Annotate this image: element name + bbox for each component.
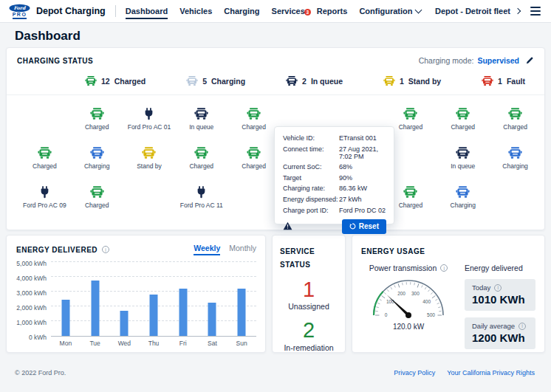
nav-item-vehicles[interactable]: Vehicles bbox=[179, 0, 212, 22]
nav-items: DashboardVehiclesChargingServices3Report… bbox=[126, 0, 422, 22]
footer-links: Privacy PolicyYour California Privacy Ri… bbox=[394, 369, 535, 376]
vehicle-ford-pro-ac-11[interactable]: Ford Pro AC 11 bbox=[175, 178, 227, 217]
footer-link-privacy-policy[interactable]: Privacy Policy bbox=[394, 369, 435, 376]
charging-legend: 12Charged 5Charging 2In queue 1Stand by … bbox=[7, 65, 544, 94]
vehicle-charging[interactable]: Charging bbox=[71, 139, 123, 178]
tooltip-row-current-soc-: Current SoC:68% bbox=[283, 163, 386, 171]
energy-usage-card: ENERGY USAGE Power transmission i 010020… bbox=[352, 235, 545, 353]
info-icon[interactable]: i bbox=[102, 246, 109, 253]
vehicle-charged[interactable]: Charged bbox=[71, 100, 123, 139]
app-name: Depot Charging bbox=[36, 6, 106, 16]
nav-divider bbox=[115, 5, 116, 17]
info-icon[interactable]: i bbox=[519, 323, 526, 330]
van-icon bbox=[247, 108, 261, 120]
usage-boxes: Today i1010 KWhDaily average i1200 KWh bbox=[465, 279, 535, 349]
brand: Ford PRO Depot Charging bbox=[9, 4, 106, 19]
reset-label: Reset bbox=[359, 222, 379, 230]
gauge-needle bbox=[387, 295, 409, 317]
charge-plug-icon bbox=[40, 186, 49, 199]
vehicle-tooltip: Vehicle ID:ETransit 001Connect time:27 A… bbox=[274, 126, 394, 224]
reset-icon bbox=[349, 223, 356, 230]
vehicle-in-queue[interactable]: In queue bbox=[175, 100, 227, 139]
van-icon bbox=[247, 147, 261, 159]
charge-plug-icon bbox=[144, 108, 154, 120]
nav-item-dashboard[interactable]: Dashboard bbox=[126, 0, 168, 22]
vehicle-charged[interactable]: Charged bbox=[175, 139, 227, 178]
service-item-unassigned: 1Unassigned bbox=[280, 278, 338, 311]
vehicle-charged[interactable]: Charged bbox=[489, 100, 541, 139]
stat-box-daily-average: Daily average i1200 KWh bbox=[465, 317, 535, 349]
van-icon bbox=[403, 108, 417, 120]
power-gauge: 0100200300400500 bbox=[361, 272, 456, 322]
van-icon bbox=[85, 76, 97, 86]
info-icon[interactable]: i bbox=[494, 284, 502, 292]
gauge-svg: 0100200300400500 bbox=[363, 272, 454, 319]
vehicle-charged[interactable]: Charged bbox=[437, 100, 489, 139]
tooltip-row-connect-time-: Connect time:27 Aug 2021, 7:02 PM bbox=[283, 145, 386, 160]
vehicle-charged[interactable]: Charged bbox=[71, 178, 123, 217]
reset-button[interactable]: Reset bbox=[342, 219, 386, 234]
van-icon bbox=[90, 108, 104, 120]
info-icon[interactable]: i bbox=[440, 264, 448, 272]
vehicle-charging[interactable]: Charging bbox=[489, 139, 541, 178]
charge-plug-icon bbox=[196, 186, 206, 199]
footer-link-your-california-privacy-rights[interactable]: Your California Privacy Rights bbox=[447, 369, 535, 376]
nav-item-charging[interactable]: Charging bbox=[224, 0, 259, 22]
charging-status-title: CHARGING STATUS bbox=[17, 57, 93, 65]
power-transmission-label: Power transmission bbox=[369, 264, 437, 272]
x-tick-tue: Tue bbox=[81, 340, 110, 347]
legend-item-charging: 5Charging bbox=[186, 76, 245, 86]
bar-wed bbox=[120, 311, 129, 336]
tooltip-row-target: Target90% bbox=[283, 174, 386, 182]
van-icon bbox=[508, 147, 522, 159]
gridline bbox=[51, 261, 256, 262]
period-tabs: WeeklyMonthly bbox=[194, 244, 256, 255]
empty-cell bbox=[18, 100, 71, 139]
tooltip-row-charging-rate-: Charging rate:86.36 kW bbox=[283, 185, 386, 192]
vehicle-ford-pro-ac-01[interactable]: Ford Pro AC 01 bbox=[123, 100, 176, 139]
vehicle-ford-pro-ac-09[interactable]: Ford Pro AC 09 bbox=[18, 178, 71, 217]
nav-item-reports[interactable]: Reports bbox=[317, 0, 348, 22]
services-badge: 3 bbox=[304, 9, 311, 16]
energy-usage-title: ENERGY USAGE bbox=[361, 247, 425, 255]
legend-item-stand-by: 1Stand by bbox=[383, 76, 441, 86]
service-status-title: SERVICE STATUS bbox=[280, 247, 315, 269]
tooltip-rows: Vehicle ID:ETransit 001Connect time:27 A… bbox=[283, 134, 386, 214]
vehicle-charging[interactable]: Charging bbox=[437, 178, 489, 217]
energy-delivered-label: Energy delivered bbox=[465, 264, 535, 272]
van-icon bbox=[403, 186, 417, 199]
page-title: Dashboard bbox=[15, 29, 81, 44]
pro-wordmark: PRO bbox=[13, 12, 27, 19]
svg-text:500: 500 bbox=[427, 312, 435, 317]
van-icon bbox=[286, 76, 298, 86]
footer: © 2022 Ford Pro. Privacy PolicyYour Cali… bbox=[0, 369, 551, 376]
vehicle-charged[interactable]: Charged bbox=[227, 139, 280, 178]
svg-text:0: 0 bbox=[385, 312, 388, 317]
service-status-card: SERVICE STATUS 1Unassigned2In-remediatio… bbox=[272, 235, 346, 353]
van-icon bbox=[38, 147, 52, 159]
chevron-right-icon bbox=[515, 8, 521, 14]
vehicle-charged[interactable]: Charged bbox=[227, 100, 280, 139]
charging-mode-value: Supervised bbox=[477, 56, 519, 65]
tab-weekly[interactable]: Weekly bbox=[194, 244, 220, 255]
nav-item-configuration[interactable]: Configuration bbox=[359, 0, 421, 22]
vehicle-charged[interactable]: Charged bbox=[18, 139, 71, 178]
service-status-items: 1Unassigned2In-remediation bbox=[280, 278, 338, 352]
edit-pencil-icon[interactable] bbox=[525, 56, 534, 65]
fleet-selector[interactable]: Depot - Detroit fleet bbox=[435, 7, 520, 16]
menu-icon[interactable] bbox=[529, 5, 542, 16]
van-icon bbox=[456, 186, 470, 199]
ford-pro-logo[interactable]: Ford PRO bbox=[9, 4, 30, 19]
x-tick-mon: Mon bbox=[51, 340, 81, 347]
top-nav: Ford PRO Depot Charging DashboardVehicle… bbox=[0, 0, 551, 23]
gauge-value: 120.0 kW bbox=[361, 323, 456, 331]
nav-item-services[interactable]: Services3 bbox=[272, 0, 305, 22]
vehicle-in-queue[interactable]: In queue bbox=[437, 139, 489, 178]
svg-text:100: 100 bbox=[386, 299, 394, 304]
x-tick-sat: Sat bbox=[198, 340, 227, 347]
stat-box-today: Today i1010 KWh bbox=[465, 279, 535, 311]
x-tick-fri: Fri bbox=[168, 340, 198, 347]
energy-delivered-card: ENERGY DELIVERED i WeeklyMonthly 0 kWh1,… bbox=[6, 235, 266, 353]
tab-monthly[interactable]: Monthly bbox=[229, 244, 256, 255]
vehicle-stand-by[interactable]: Stand by bbox=[123, 139, 176, 178]
